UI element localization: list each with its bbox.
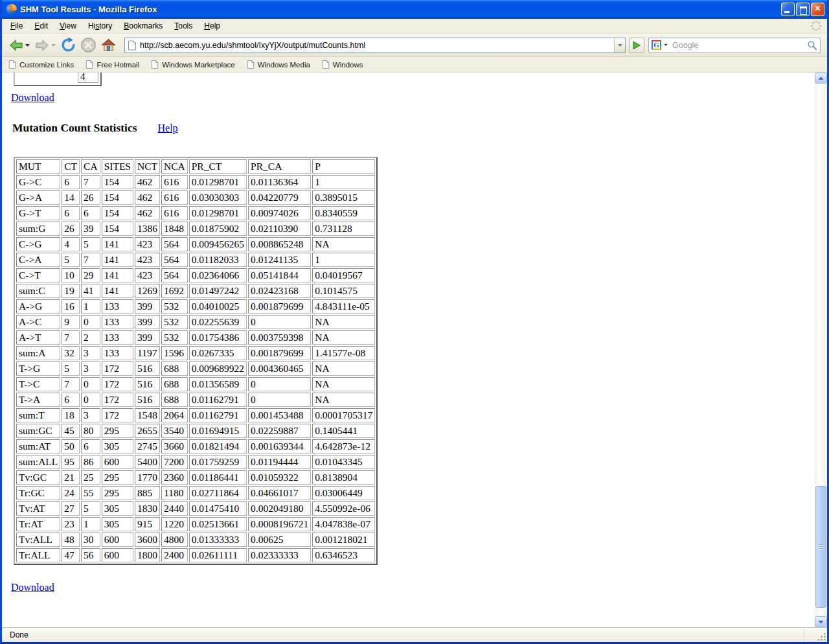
table-cell: 1596 xyxy=(161,346,188,360)
table-cell: 172 xyxy=(102,362,133,376)
scroll-up-button[interactable] xyxy=(815,73,827,84)
forward-button[interactable] xyxy=(33,36,58,54)
table-cell: A->C xyxy=(16,315,60,329)
vertical-scrollbar[interactable] xyxy=(815,73,827,627)
table-cell: 0.009689922 xyxy=(189,362,247,376)
help-link[interactable]: Help xyxy=(158,122,178,134)
url-bar[interactable]: http://scb.aecom.yu.edu/shmtool/IxyYjX/o… xyxy=(124,38,626,53)
back-button[interactable] xyxy=(7,36,32,54)
url-text[interactable]: http://scb.aecom.yu.edu/shmtool/IxyYjX/o… xyxy=(140,41,614,50)
download-link-top[interactable]: Download xyxy=(11,92,54,104)
resize-grip-icon[interactable] xyxy=(816,631,826,641)
table-cell: Tr:ALL xyxy=(16,548,60,562)
table-cell: G->T xyxy=(16,206,60,220)
table-cell: 141 xyxy=(102,268,133,282)
engine-dropdown-icon[interactable] xyxy=(663,43,668,47)
bookmark-free-hotmail[interactable]: Free Hotmail xyxy=(85,60,139,69)
table-cell: 26 xyxy=(81,190,100,205)
table-cell: 6 xyxy=(62,393,80,407)
search-box[interactable]: G Google xyxy=(648,38,821,53)
reload-button[interactable] xyxy=(59,36,78,54)
back-dropdown-icon xyxy=(25,43,30,47)
table-cell: 154 xyxy=(102,206,133,220)
table-cell: 295 xyxy=(102,424,133,438)
table-cell: 4.047838e-07 xyxy=(312,517,375,531)
table-cell: 6 xyxy=(81,439,100,454)
home-button[interactable] xyxy=(99,36,118,54)
download-link-bottom[interactable]: Download xyxy=(11,582,54,593)
bookmark-customize-links[interactable]: Customize Links xyxy=(8,60,74,69)
table-cell: sum:GC xyxy=(16,424,60,438)
table-cell: 16 xyxy=(62,299,80,314)
table-cell: 564 xyxy=(161,253,188,267)
column-header: CA xyxy=(81,159,100,174)
table-cell: 0.001879699 xyxy=(248,346,311,360)
table-cell: 1 xyxy=(312,175,375,189)
table-cell: 516 xyxy=(135,377,160,391)
bookmark-windows-marketplace[interactable]: Windows Marketplace xyxy=(151,60,234,69)
scrollbar-thumb[interactable] xyxy=(815,486,826,608)
menu-tools[interactable]: Tools xyxy=(168,19,198,32)
home-icon xyxy=(100,37,117,53)
table-cell: Tv:AT xyxy=(16,501,60,516)
menu-help[interactable]: Help xyxy=(198,19,226,32)
table-cell: 3540 xyxy=(161,424,188,438)
table-cell: 2064 xyxy=(161,408,188,422)
table-cell: 462 xyxy=(135,206,160,220)
title-bar[interactable]: SHM Tool Results - Mozilla Firefox xyxy=(2,0,827,19)
bookmark-windows[interactable]: Windows xyxy=(322,60,363,69)
table-cell: 0.01875902 xyxy=(189,222,247,236)
scroll-down-button[interactable] xyxy=(815,616,827,627)
table-cell: 4.550992e-06 xyxy=(312,501,375,516)
maximize-button[interactable] xyxy=(796,3,810,16)
table-cell: 154 xyxy=(102,190,133,205)
truncated-top-table: 4 xyxy=(14,73,102,86)
table-cell: 516 xyxy=(135,393,160,407)
menu-view[interactable]: View xyxy=(54,19,82,32)
table-row: A->G1611333995320.040100250.0018796994.8… xyxy=(16,299,375,314)
table-cell: 0 xyxy=(248,377,311,391)
table-cell: 5 xyxy=(81,237,100,251)
table-cell: 0.04010025 xyxy=(189,299,247,314)
minimize-button[interactable] xyxy=(781,3,795,16)
column-header: NCA xyxy=(161,159,188,174)
stop-button[interactable] xyxy=(79,36,98,54)
search-input[interactable]: Google xyxy=(672,41,807,50)
table-cell: 0.001879699 xyxy=(248,299,311,314)
table-cell: 1692 xyxy=(161,284,188,298)
table-cell: 600 xyxy=(102,533,133,547)
table-cell: 0.00625 xyxy=(248,533,311,547)
column-header: MUT xyxy=(16,159,60,174)
table-cell: 3660 xyxy=(161,439,188,454)
table-cell: 1548 xyxy=(135,408,160,422)
table-cell: 0.05141844 xyxy=(248,268,311,282)
column-header: PR_CT xyxy=(189,159,247,174)
menu-edit[interactable]: Edit xyxy=(28,19,54,32)
table-cell: 133 xyxy=(102,315,133,329)
table-cell: 423 xyxy=(135,237,160,251)
bookmark-label: Free Hotmail xyxy=(97,61,139,69)
table-cell: 133 xyxy=(102,299,133,314)
magnifier-icon[interactable] xyxy=(807,40,817,51)
table-cell: 0.002049180 xyxy=(248,501,311,516)
table-cell: 295 xyxy=(102,470,133,485)
table-row: C->T10291414235640.023640660.051418440.0… xyxy=(16,268,375,282)
table-cell: 154 xyxy=(102,175,133,189)
table-cell: 305 xyxy=(102,517,133,531)
menu-history[interactable]: History xyxy=(82,19,118,32)
url-dropdown-button[interactable] xyxy=(614,38,625,52)
table-cell: 462 xyxy=(135,190,160,205)
table-cell: 50 xyxy=(62,439,80,454)
table-cell: 45 xyxy=(62,424,80,438)
table-cell: 154 xyxy=(102,222,133,236)
table-cell: T->A xyxy=(16,393,60,407)
menu-file[interactable]: File xyxy=(5,19,28,32)
go-button[interactable] xyxy=(629,38,644,53)
stop-icon xyxy=(80,37,97,53)
scrollbar-track[interactable] xyxy=(815,84,827,616)
menu-bookmarks[interactable]: Bookmarks xyxy=(118,19,168,32)
close-button[interactable] xyxy=(811,3,824,16)
bookmark-windows-media[interactable]: Windows Media xyxy=(247,60,310,69)
google-engine-icon[interactable]: G xyxy=(652,40,661,50)
firefox-logo-icon xyxy=(6,4,17,15)
